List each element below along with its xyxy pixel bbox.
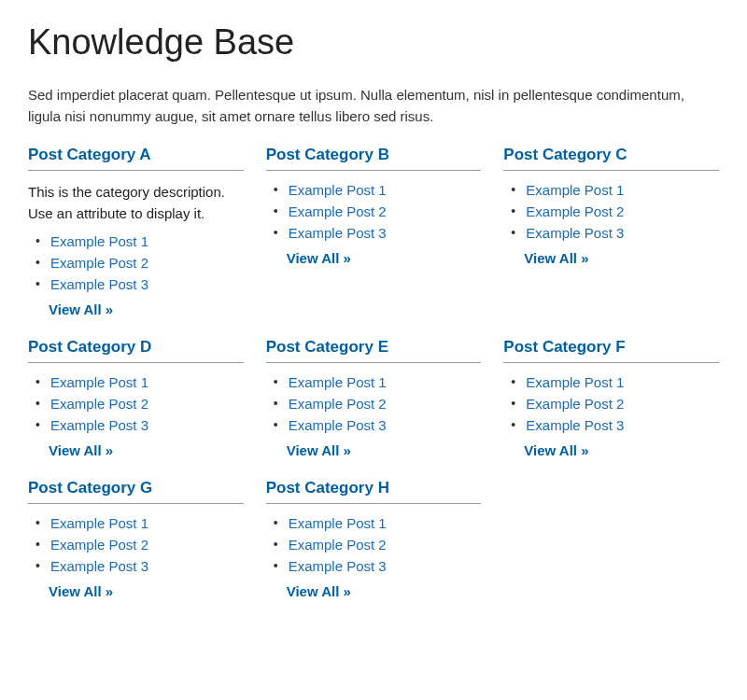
list-item: Example Post 1 <box>34 233 244 249</box>
list-item: Example Post 2 <box>34 537 244 553</box>
category-title-link[interactable]: Post Category F <box>503 338 719 363</box>
list-item: Example Post 1 <box>272 374 482 390</box>
post-link[interactable]: Example Post 2 <box>289 396 387 412</box>
post-list: Example Post 1Example Post 2Example Post… <box>266 515 482 574</box>
post-link[interactable]: Example Post 2 <box>50 255 148 271</box>
category-title-link[interactable]: Post Category C <box>503 146 719 171</box>
category-card: Post Category BExample Post 1Example Pos… <box>266 146 482 325</box>
list-item: Example Post 1 <box>509 374 719 390</box>
category-title-link[interactable]: Post Category D <box>28 338 244 363</box>
post-link[interactable]: Example Post 1 <box>50 515 148 531</box>
post-link[interactable]: Example Post 3 <box>289 417 387 433</box>
post-link[interactable]: Example Post 3 <box>50 558 148 574</box>
list-item: Example Post 2 <box>272 396 482 412</box>
post-link[interactable]: Example Post 2 <box>526 203 624 219</box>
post-link[interactable]: Example Post 1 <box>289 374 387 390</box>
view-all-link[interactable]: View All » <box>524 250 588 266</box>
page-title: Knowledge Base <box>28 22 719 63</box>
category-title-link[interactable]: Post Category H <box>266 479 482 504</box>
post-list: Example Post 1Example Post 2Example Post… <box>266 374 482 433</box>
post-link[interactable]: Example Post 1 <box>289 515 387 531</box>
post-list: Example Post 1Example Post 2Example Post… <box>28 515 244 574</box>
post-link[interactable]: Example Post 3 <box>289 225 387 241</box>
list-item: Example Post 3 <box>272 225 482 241</box>
view-all-link[interactable]: View All » <box>49 442 113 458</box>
post-link[interactable]: Example Post 1 <box>289 182 387 198</box>
post-link[interactable]: Example Post 2 <box>50 537 148 553</box>
list-item: Example Post 3 <box>34 558 244 574</box>
category-card: Post Category DExample Post 1Example Pos… <box>28 338 244 466</box>
category-card: Post Category FExample Post 1Example Pos… <box>503 338 719 466</box>
view-all-link[interactable]: View All » <box>287 583 351 599</box>
post-link[interactable]: Example Post 3 <box>50 417 148 433</box>
post-link[interactable]: Example Post 2 <box>289 203 387 219</box>
category-description: This is the category description. Use an… <box>28 182 244 224</box>
post-link[interactable]: Example Post 2 <box>526 396 624 412</box>
categories-grid: Post Category AThis is the category desc… <box>28 146 719 610</box>
category-title-link[interactable]: Post Category A <box>28 146 244 171</box>
list-item: Example Post 3 <box>509 225 719 241</box>
category-card: Post Category EExample Post 1Example Pos… <box>266 338 482 466</box>
list-item: Example Post 2 <box>509 203 719 219</box>
list-item: Example Post 3 <box>34 276 244 292</box>
view-all-link[interactable]: View All » <box>49 301 113 317</box>
list-item: Example Post 3 <box>509 417 719 433</box>
list-item: Example Post 2 <box>272 537 482 553</box>
category-card: Post Category GExample Post 1Example Pos… <box>28 479 244 607</box>
list-item: Example Post 1 <box>272 182 482 198</box>
view-all-link[interactable]: View All » <box>287 442 351 458</box>
list-item: Example Post 2 <box>272 203 482 219</box>
post-link[interactable]: Example Post 1 <box>50 233 148 249</box>
category-card: Post Category AThis is the category desc… <box>28 146 244 325</box>
view-all-link[interactable]: View All » <box>49 583 113 599</box>
post-link[interactable]: Example Post 3 <box>289 558 387 574</box>
post-link[interactable]: Example Post 1 <box>526 374 624 390</box>
view-all-link[interactable]: View All » <box>524 442 588 458</box>
post-list: Example Post 1Example Post 2Example Post… <box>266 182 482 241</box>
category-title-link[interactable]: Post Category B <box>266 146 482 171</box>
post-link[interactable]: Example Post 3 <box>526 417 624 433</box>
post-link[interactable]: Example Post 1 <box>50 374 148 390</box>
list-item: Example Post 2 <box>34 396 244 412</box>
list-item: Example Post 2 <box>34 255 244 271</box>
post-list: Example Post 1Example Post 2Example Post… <box>28 374 244 433</box>
page-description: Sed imperdiet placerat quam. Pellentesqu… <box>28 85 719 127</box>
category-title-link[interactable]: Post Category G <box>28 479 244 504</box>
post-list: Example Post 1Example Post 2Example Post… <box>28 233 244 292</box>
post-link[interactable]: Example Post 3 <box>526 225 624 241</box>
post-list: Example Post 1Example Post 2Example Post… <box>503 182 719 241</box>
list-item: Example Post 3 <box>272 417 482 433</box>
list-item: Example Post 2 <box>509 396 719 412</box>
list-item: Example Post 1 <box>34 374 244 390</box>
post-link[interactable]: Example Post 2 <box>50 396 148 412</box>
category-title-link[interactable]: Post Category E <box>266 338 482 363</box>
post-link[interactable]: Example Post 2 <box>289 537 387 553</box>
post-list: Example Post 1Example Post 2Example Post… <box>503 374 719 433</box>
list-item: Example Post 3 <box>272 558 482 574</box>
category-card: Post Category HExample Post 1Example Pos… <box>266 479 482 607</box>
view-all-link[interactable]: View All » <box>287 250 351 266</box>
post-link[interactable]: Example Post 1 <box>526 182 624 198</box>
category-card: Post Category CExample Post 1Example Pos… <box>503 146 719 325</box>
list-item: Example Post 3 <box>34 417 244 433</box>
post-link[interactable]: Example Post 3 <box>50 276 148 292</box>
list-item: Example Post 1 <box>272 515 482 531</box>
list-item: Example Post 1 <box>34 515 244 531</box>
list-item: Example Post 1 <box>509 182 719 198</box>
